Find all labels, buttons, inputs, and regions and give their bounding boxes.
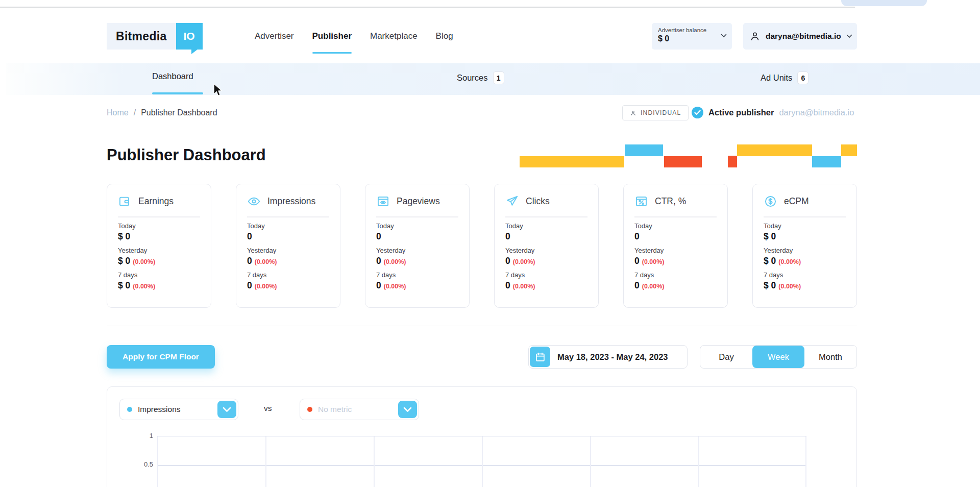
person-icon <box>630 110 636 116</box>
vs-label: vs <box>264 404 272 413</box>
chevron-down-icon <box>721 34 727 38</box>
stat-card-earnings: Earnings Today $ 0 Yesterday $ 0(0.00%) … <box>107 184 211 308</box>
metrics-chart-panel: Impressions vs No metric 1 0.5 <box>107 386 857 487</box>
stat-cards-row: Earnings Today $ 0 Yesterday $ 0(0.00%) … <box>107 184 857 308</box>
logo-text: Bitmedia <box>107 23 176 50</box>
browser-tab-fragment <box>841 0 927 6</box>
stat-card-ecpm: eCPM Today $ 0 Yesterday $ 0(0.00%) 7 da… <box>752 184 857 308</box>
nav-marketplace[interactable]: Marketplace <box>370 31 418 41</box>
nav-publisher[interactable]: Publisher <box>312 31 352 41</box>
account-type-badge: INDIVIDUAL <box>622 105 689 120</box>
nav-advertiser[interactable]: Advertiser <box>255 31 294 41</box>
balance-label: Advertiser balance <box>658 27 726 33</box>
user-email: daryna@bitmedia.io <box>766 32 841 41</box>
balance-value: $ 0 <box>658 34 726 43</box>
metric-select-value: Impressions <box>138 405 212 414</box>
period-toggle: Day Week Month <box>700 345 857 369</box>
date-range-value: May 18, 2023 - May 24, 2023 <box>557 352 668 362</box>
top-divider-line <box>0 7 855 8</box>
date-range-picker[interactable]: May 18, 2023 - May 24, 2023 <box>528 345 688 369</box>
subnav-sources[interactable]: Sources 1 <box>457 71 504 84</box>
period-month[interactable]: Month <box>804 346 856 368</box>
chart-plot-area <box>157 436 806 487</box>
subnav-ad-units[interactable]: Ad Units 6 <box>761 71 808 84</box>
sources-count-badge: 1 <box>493 71 504 84</box>
stat-card-ctr: CTR, % Today 0 Yesterday 0(0.00%) 7 days… <box>623 184 728 308</box>
main-nav: Advertiser Publisher Marketplace Blog <box>255 23 453 50</box>
cursor-icon <box>212 83 224 96</box>
compare-select-placeholder: No metric <box>318 405 393 414</box>
eye-icon <box>247 194 261 208</box>
chevron-down-icon <box>846 34 852 38</box>
breadcrumb-home-link[interactable]: Home <box>107 108 129 117</box>
status-label: Active publisher <box>708 108 774 117</box>
user-icon <box>749 31 761 42</box>
stat-card-clicks: Clicks Today 0 Yesterday 0(0.00%) 7 days… <box>494 184 599 308</box>
browser-percent-icon <box>634 194 648 208</box>
advertiser-balance-dropdown[interactable]: Advertiser balance $ 0 <box>652 23 732 50</box>
decorative-block <box>841 144 857 156</box>
nav-blog[interactable]: Blog <box>436 31 453 41</box>
stat-card-impressions: Impressions Today 0 Yesterday 0(0.00%) 7… <box>236 184 340 308</box>
chevron-down-icon[interactable] <box>217 401 236 418</box>
apply-cpm-floor-button[interactable]: Apply for CPM Floor <box>107 345 215 369</box>
section-divider <box>107 326 857 326</box>
wallet-icon <box>118 194 132 208</box>
period-day[interactable]: Day <box>700 346 752 368</box>
compare-metric-select[interactable]: No metric <box>300 399 419 420</box>
decorative-block <box>520 156 624 167</box>
period-week[interactable]: Week <box>752 346 804 368</box>
browser-eye-icon <box>376 194 390 208</box>
subnav-dashboard[interactable]: Dashboard <box>152 71 193 81</box>
publisher-status: Active publisher daryna@bitmedia.io <box>692 105 854 120</box>
check-circle-icon <box>692 107 703 118</box>
chevron-down-icon[interactable] <box>398 401 417 418</box>
decorative-block <box>812 156 841 167</box>
calendar-icon <box>530 347 550 367</box>
decorative-block <box>664 156 702 167</box>
breadcrumb-separator: / <box>134 108 136 117</box>
bitmedia-logo[interactable]: Bitmedia IO <box>107 23 203 50</box>
stat-card-pageviews: Pageviews Today 0 Yesterday 0(0.00%) 7 d… <box>365 184 470 308</box>
metric-dot <box>127 407 132 412</box>
metric-select[interactable]: Impressions <box>119 399 238 420</box>
breadcrumb-current: Publisher Dashboard <box>141 108 217 117</box>
y-axis-tick-1: 1 <box>136 432 153 440</box>
y-axis-tick-05: 0.5 <box>136 460 153 468</box>
logo-io-badge: IO <box>176 23 203 50</box>
active-tab-underline <box>152 92 203 94</box>
paper-plane-icon <box>505 194 519 208</box>
decorative-block <box>728 156 737 167</box>
page-title: Publisher Dashboard <box>107 146 266 164</box>
ad-units-count-badge: 6 <box>797 71 808 84</box>
decorative-block <box>737 144 812 156</box>
user-account-dropdown[interactable]: daryna@bitmedia.io <box>743 23 857 50</box>
status-email: daryna@bitmedia.io <box>779 108 854 117</box>
dollar-circle-icon <box>764 194 777 208</box>
decorative-block <box>625 144 663 156</box>
compare-metric-dot <box>307 407 312 412</box>
breadcrumb: Home / Publisher Dashboard <box>107 108 217 117</box>
